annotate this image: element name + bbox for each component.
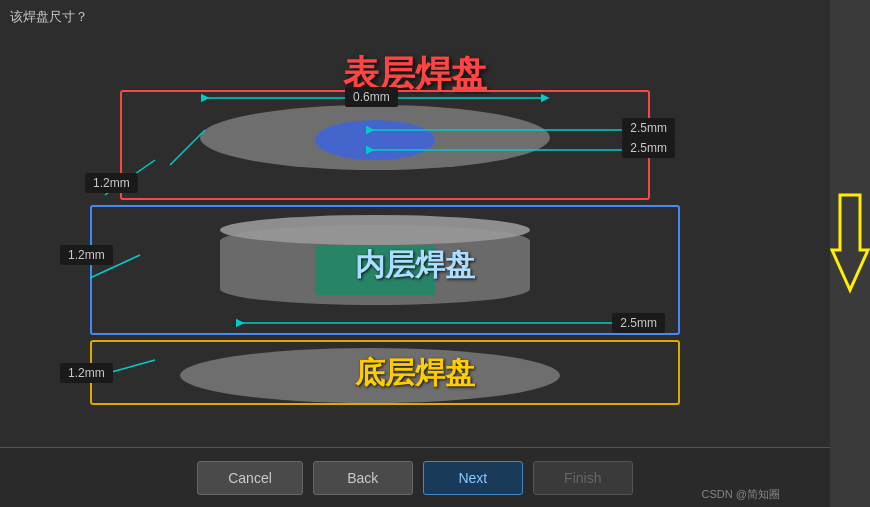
- dim-left2: 1.2mm: [60, 245, 113, 265]
- yellow-arrow-svg: [830, 190, 870, 310]
- mid-pad-top: [220, 215, 530, 245]
- watermark: CSDN @简知圈: [702, 487, 780, 502]
- finish-button[interactable]: Finish: [533, 461, 633, 495]
- main-area: 该焊盘尺寸？ 表层焊盘: [0, 0, 830, 507]
- cancel-button[interactable]: Cancel: [197, 461, 303, 495]
- mid-pad-inner: [315, 245, 435, 295]
- dim-top-width: 0.6mm: [345, 87, 398, 107]
- bot-layer-label: 底层焊盘: [355, 353, 475, 394]
- right-panel: [830, 0, 870, 507]
- diagram: 表层焊盘: [0, 30, 830, 420]
- mid-pad: [220, 215, 530, 325]
- top-pad-inner: [315, 120, 435, 160]
- dim-left3: 1.2mm: [60, 363, 113, 383]
- dim-mid-right: 2.5mm: [612, 313, 665, 333]
- back-button[interactable]: Back: [313, 461, 413, 495]
- next-button[interactable]: Next: [423, 461, 523, 495]
- dim-left1: 1.2mm: [85, 173, 138, 193]
- dim-top-right2: 2.5mm: [622, 138, 675, 158]
- top-pad: [200, 105, 550, 180]
- question-label: 该焊盘尺寸？: [10, 8, 88, 26]
- dim-top-right1: 2.5mm: [622, 118, 675, 138]
